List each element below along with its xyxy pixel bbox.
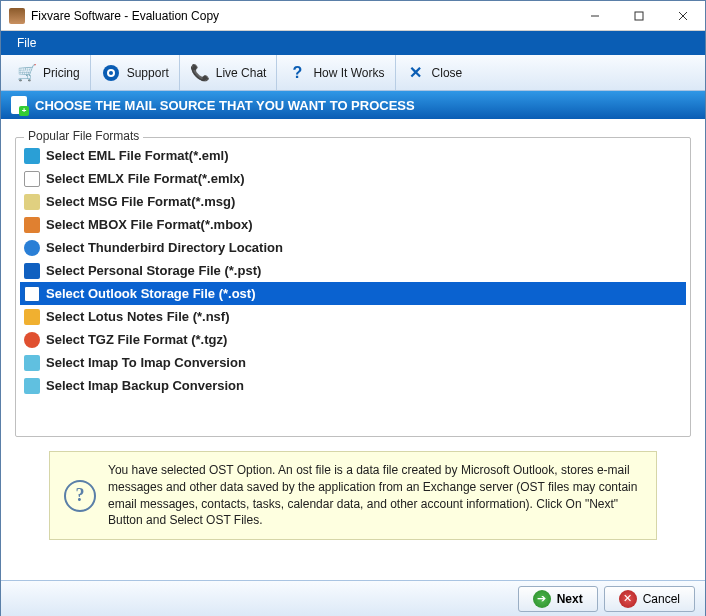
format-item-label: Select Lotus Notes File (*.nsf)	[46, 309, 229, 324]
close-icon: ✕	[406, 63, 426, 83]
format-item-10[interactable]: Select Imap Backup Conversion	[20, 374, 686, 397]
section-header: CHOOSE THE MAIL SOURCE THAT YOU WANT TO …	[1, 91, 705, 119]
support-icon	[101, 63, 121, 83]
menubar: File	[1, 31, 705, 55]
livechat-label: Live Chat	[216, 66, 267, 80]
format-list: Select EML File Format(*.eml)Select EMLX…	[20, 144, 686, 397]
cancel-x-icon: ✕	[619, 590, 637, 608]
cancel-label: Cancel	[643, 592, 680, 606]
next-button[interactable]: ➔ Next	[518, 586, 598, 612]
next-arrow-icon: ➔	[533, 590, 551, 608]
format-item-label: Select TGZ File Format (*.tgz)	[46, 332, 227, 347]
format-item-label: Select Outlook Storage File (*.ost)	[46, 286, 255, 301]
format-item-4[interactable]: Select Thunderbird Directory Location	[20, 236, 686, 259]
format-item-label: Select EML File Format(*.eml)	[46, 148, 229, 163]
format-item-7[interactable]: Select Lotus Notes File (*.nsf)	[20, 305, 686, 328]
file-format-icon	[24, 148, 40, 164]
file-format-icon	[24, 240, 40, 256]
howitworks-label: How It Works	[313, 66, 384, 80]
file-format-icon	[24, 263, 40, 279]
maximize-button[interactable]	[617, 1, 661, 31]
format-item-2[interactable]: Select MSG File Format(*.msg)	[20, 190, 686, 213]
document-plus-icon	[11, 96, 27, 114]
format-item-6[interactable]: Select Outlook Storage File (*.ost)	[20, 282, 686, 305]
format-item-label: Select Personal Storage File (*.pst)	[46, 263, 261, 278]
format-item-label: Select Imap Backup Conversion	[46, 378, 244, 393]
toolbar: 🛒 Pricing Support 📞 Live Chat ? How It W…	[1, 55, 705, 91]
file-format-icon	[24, 194, 40, 210]
format-item-3[interactable]: Select MBOX File Format(*.mbox)	[20, 213, 686, 236]
content-area: Popular File Formats Select EML File For…	[1, 119, 705, 556]
section-header-text: CHOOSE THE MAIL SOURCE THAT YOU WANT TO …	[35, 98, 415, 113]
format-item-1[interactable]: Select EMLX File Format(*.emlx)	[20, 167, 686, 190]
livechat-button[interactable]: 📞 Live Chat	[180, 55, 278, 90]
menu-file[interactable]: File	[9, 34, 44, 52]
question-icon: ?	[287, 63, 307, 83]
format-item-9[interactable]: Select Imap To Imap Conversion	[20, 351, 686, 374]
file-format-icon	[24, 217, 40, 233]
titlebar: Fixvare Software - Evaluation Copy	[1, 1, 705, 31]
file-format-icon	[24, 171, 40, 187]
support-button[interactable]: Support	[91, 55, 180, 90]
format-item-label: Select Imap To Imap Conversion	[46, 355, 246, 370]
format-item-8[interactable]: Select TGZ File Format (*.tgz)	[20, 328, 686, 351]
format-item-label: Select MBOX File Format(*.mbox)	[46, 217, 253, 232]
close-button[interactable]: ✕ Close	[396, 55, 473, 90]
pricing-button[interactable]: 🛒 Pricing	[7, 55, 91, 90]
format-item-label: Select EMLX File Format(*.emlx)	[46, 171, 245, 186]
file-format-icon	[24, 355, 40, 371]
minimize-button[interactable]	[573, 1, 617, 31]
cart-icon: 🛒	[17, 63, 37, 83]
format-item-5[interactable]: Select Personal Storage File (*.pst)	[20, 259, 686, 282]
close-label: Close	[432, 66, 463, 80]
pricing-label: Pricing	[43, 66, 80, 80]
svg-rect-1	[635, 12, 643, 20]
svg-point-6	[109, 71, 113, 75]
file-format-icon	[24, 378, 40, 394]
format-item-label: Select Thunderbird Directory Location	[46, 240, 283, 255]
window-controls	[573, 1, 705, 31]
howitworks-button[interactable]: ? How It Works	[277, 55, 395, 90]
info-text: You have selected OST Option. An ost fil…	[108, 462, 642, 529]
cancel-button[interactable]: ✕ Cancel	[604, 586, 695, 612]
file-format-icon	[24, 309, 40, 325]
groupbox-legend: Popular File Formats	[24, 129, 143, 143]
footer: ➔ Next ✕ Cancel	[1, 580, 705, 616]
file-format-icon	[24, 286, 40, 302]
format-item-0[interactable]: Select EML File Format(*.eml)	[20, 144, 686, 167]
window-title: Fixvare Software - Evaluation Copy	[31, 9, 573, 23]
close-window-button[interactable]	[661, 1, 705, 31]
info-icon: ?	[64, 480, 96, 512]
next-label: Next	[557, 592, 583, 606]
format-item-label: Select MSG File Format(*.msg)	[46, 194, 235, 209]
info-panel: ? You have selected OST Option. An ost f…	[49, 451, 657, 540]
formats-groupbox: Popular File Formats Select EML File For…	[15, 137, 691, 437]
app-icon	[9, 8, 25, 24]
file-format-icon	[24, 332, 40, 348]
phone-icon: 📞	[190, 63, 210, 83]
support-label: Support	[127, 66, 169, 80]
